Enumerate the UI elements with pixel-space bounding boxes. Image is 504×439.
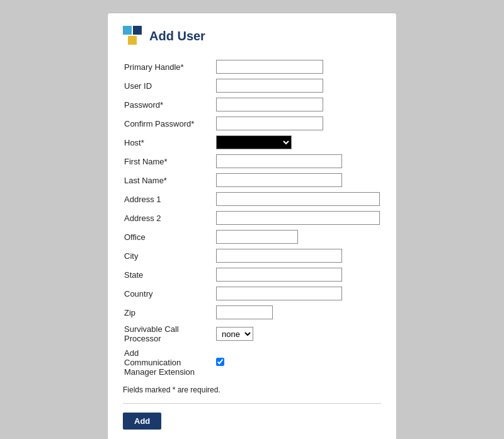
divider (123, 403, 381, 404)
password-label: Password* (123, 95, 215, 114)
address1-label: Address 1 (123, 190, 215, 208)
svg-rect-1 (133, 26, 142, 35)
address1-row: Address 1 (123, 190, 381, 208)
survivable-row: Survivable Call Processor none (123, 322, 381, 346)
primary-handle-label: Primary Handle* (123, 57, 215, 76)
page-header: Add User (123, 26, 381, 46)
primary-handle-input[interactable] (216, 60, 323, 74)
office-input[interactable] (216, 230, 298, 244)
comm-manager-extension-checkbox[interactable] (216, 358, 224, 366)
first-name-row: First Name* (123, 152, 381, 171)
zip-input[interactable] (216, 305, 273, 319)
address2-label: Address 2 (123, 208, 215, 227)
primary-handle-row: Primary Handle* (123, 57, 381, 76)
last-name-input[interactable] (216, 173, 342, 187)
country-row: Country (123, 284, 381, 303)
survivable-call-processor-select[interactable]: none (216, 327, 253, 341)
host-label: Host* (123, 133, 215, 152)
add-comm-manager-label: Add Communication Manager Extension (123, 346, 215, 379)
add-button[interactable]: Add (123, 413, 161, 430)
state-label: State (123, 265, 215, 284)
confirm-password-row: Confirm Password* (123, 114, 381, 133)
user-id-label: User ID (123, 76, 215, 95)
office-row: Office (123, 227, 381, 246)
password-input[interactable] (216, 98, 323, 111)
last-name-row: Last Name* (123, 171, 381, 190)
first-name-input[interactable] (216, 154, 342, 168)
confirm-password-input[interactable] (216, 117, 323, 130)
app-logo-icon (123, 26, 143, 46)
comm-manager-row: Add Communication Manager Extension (123, 346, 381, 379)
address2-input[interactable] (216, 211, 380, 225)
city-row: City (123, 246, 381, 265)
host-select[interactable] (216, 135, 292, 149)
country-input[interactable] (216, 287, 342, 300)
survivable-call-processor-label: Survivable Call Processor (123, 322, 215, 346)
city-input[interactable] (216, 249, 342, 263)
city-label: City (123, 246, 215, 265)
page-title: Add User (149, 29, 205, 43)
add-user-form: Primary Handle* User ID Password* Confir… (123, 57, 381, 379)
office-label: Office (123, 227, 215, 246)
password-row: Password* (123, 95, 381, 114)
required-note: Fields marked * are required. (123, 385, 381, 394)
state-row: State (123, 265, 381, 284)
last-name-label: Last Name* (123, 171, 215, 190)
first-name-label: First Name* (123, 152, 215, 171)
svg-rect-0 (123, 26, 132, 35)
address1-input[interactable] (216, 192, 380, 206)
confirm-password-label: Confirm Password* (123, 114, 215, 133)
user-id-row: User ID (123, 76, 381, 95)
zip-label: Zip (123, 303, 215, 322)
add-user-card: Add User Primary Handle* User ID Passwor… (107, 13, 397, 439)
country-label: Country (123, 284, 215, 303)
state-input[interactable] (216, 268, 342, 282)
user-id-input[interactable] (216, 79, 323, 93)
zip-row: Zip (123, 303, 381, 322)
host-row: Host* (123, 133, 381, 152)
svg-rect-2 (128, 36, 137, 45)
address2-row: Address 2 (123, 208, 381, 227)
